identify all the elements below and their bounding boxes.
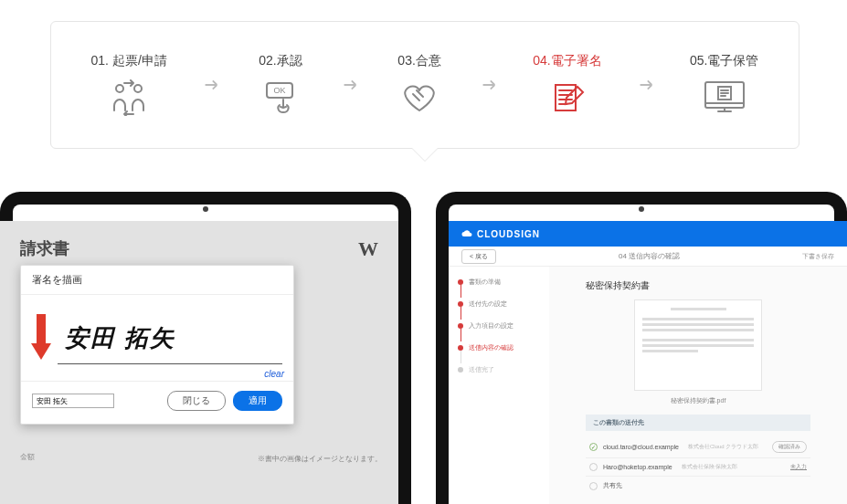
arrow-icon: [340, 75, 360, 95]
cloudsign-screen: CLOUDSIGN < 戻る 04 送信内容の確認 下書き保存 書類の準備 送付…: [449, 221, 847, 504]
save-draft-button[interactable]: 下書き保存: [802, 252, 834, 261]
circle-icon: [589, 463, 598, 471]
start-arrow-icon: [30, 312, 52, 363]
recipient-row: ✓ cloud.taro@cloud.example 株式会社Cloud クラウ…: [586, 436, 810, 458]
doc-filename: 秘密保持契約書.pdf: [586, 396, 810, 405]
progress-step: 送付先の設定: [458, 299, 540, 309]
signature-canvas[interactable]: 安田 拓矢 clear: [21, 294, 293, 382]
camera-dot: [639, 206, 644, 212]
laptop-row: W 請求書 Open 発行日： 請求書番 品目 金額 ※書中の画像はイメージとな…: [0, 192, 847, 504]
step-heading: 04 送信内容の確認: [619, 251, 680, 261]
modal-title: 署名を描画: [21, 266, 293, 294]
laptop-right: CLOUDSIGN < 戻る 04 送信内容の確認 下書き保存 書類の準備 送付…: [436, 192, 847, 504]
recipient-meta: 株式会社保険 保険太郎: [682, 463, 738, 471]
signature-text-input[interactable]: [32, 394, 114, 408]
ok-click-icon: OK: [255, 79, 306, 117]
brand-name: CLOUDSIGN: [477, 229, 540, 239]
back-button[interactable]: < 戻る: [461, 249, 496, 264]
monitor-document-icon: [699, 79, 750, 117]
clear-link[interactable]: clear: [264, 369, 284, 379]
document-editor-screen: W 請求書 Open 発行日： 請求書番 品目 金額 ※書中の画像はイメージとな…: [0, 221, 398, 504]
document-thumbnail[interactable]: [634, 299, 762, 391]
svg-text:OK: OK: [273, 86, 285, 95]
step-label: 05.電子保管: [690, 53, 758, 69]
svg-point-0: [116, 85, 123, 92]
check-icon: ✓: [589, 443, 598, 451]
step-label: 04.電子署名: [533, 53, 601, 69]
svg-rect-6: [37, 314, 46, 343]
workflow-step-1: 01. 起票/申請: [91, 53, 167, 117]
step-label: 02.承認: [259, 53, 302, 69]
edit-link[interactable]: 未入力: [790, 463, 807, 471]
shared-row: 共有先: [586, 477, 810, 495]
apply-button[interactable]: 適用: [233, 391, 282, 411]
workflow-panel: 01. 起票/申請 02.承認 OK 03.合意 04: [50, 21, 799, 149]
progress-step: 書類の準備: [458, 278, 540, 287]
recipients-section-title: この書類の送付先: [586, 415, 810, 431]
arrow-icon: [201, 75, 221, 95]
laptop-left: W 請求書 Open 発行日： 請求書番 品目 金額 ※書中の画像はイメージとな…: [0, 192, 411, 504]
recipient-meta: 株式会社Cloud クラウド太郎: [688, 443, 758, 451]
progress-sidebar: 書類の準備 送付先の設定 入力項目の設定 送信内容の確認 送信完了: [449, 267, 549, 504]
camera-dot: [203, 206, 208, 212]
sign-document-icon: [542, 79, 593, 117]
contract-title: 秘密保持契約書: [586, 279, 810, 292]
handshake-icon: [394, 79, 445, 117]
status-pill: 確認済み: [772, 441, 807, 453]
workflow-step-4: 04.電子署名: [533, 53, 601, 117]
app-header: CLOUDSIGN: [449, 221, 847, 247]
workflow-step-2: 02.承認 OK: [255, 53, 306, 117]
workflow-step-3: 03.合意: [394, 53, 445, 117]
people-exchange-icon: [103, 79, 154, 117]
arrow-icon: [636, 75, 656, 95]
shared-label: 共有先: [603, 481, 622, 490]
recipient-email: Haro@hoketop.example: [603, 464, 672, 470]
workflow-step-5: 05.電子保管: [690, 53, 758, 117]
recipient-email: cloud.taro@cloud.example: [603, 444, 679, 450]
progress-step: 入力項目の設定: [458, 321, 540, 331]
signature-stroke: 安田 拓矢: [65, 322, 175, 354]
close-button[interactable]: 閉じる: [167, 391, 226, 411]
cloud-icon: [461, 228, 472, 239]
progress-step-current: 送信内容の確認: [458, 343, 540, 352]
arrow-icon: [479, 75, 499, 95]
svg-point-1: [134, 85, 142, 92]
step-label: 03.合意: [397, 53, 440, 69]
step-label: 01. 起票/申請: [91, 53, 167, 69]
circle-icon: [589, 482, 598, 490]
progress-step: 送信完了: [458, 365, 540, 374]
recipient-row: Haro@hoketop.example 株式会社保険 保険太郎 未入力: [586, 458, 810, 477]
signature-modal: 署名を描画 安田 拓矢 clear 閉じる 適用: [20, 265, 294, 425]
